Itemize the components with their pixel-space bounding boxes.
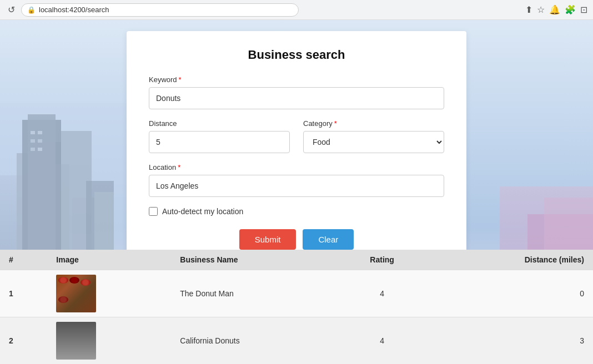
- row2-num: 2: [0, 317, 47, 365]
- table-row: 2 California Donuts 4 3: [0, 317, 593, 365]
- keyword-input[interactable]: [149, 87, 444, 109]
- page-title: Business search: [149, 48, 444, 62]
- svg-rect-11: [38, 139, 42, 143]
- col-rating: Rating: [337, 250, 427, 270]
- location-label: Location*: [149, 163, 444, 171]
- distance-category-row: Distance Category* Food Restaurants Shop…: [149, 119, 444, 153]
- table-row: 1 The Donut Man 4 0: [0, 270, 593, 317]
- donut-dot-3: [81, 279, 91, 286]
- distance-label: Distance: [149, 119, 290, 128]
- location-input[interactable]: [149, 175, 444, 197]
- notification-icon[interactable]: 🔔: [549, 4, 560, 15]
- address-text: localhost:4200/search: [39, 6, 109, 14]
- col-business-name: Business Name: [171, 250, 337, 270]
- browser-actions: ⬆ ☆ 🔔 🧩 ⊡: [525, 4, 587, 15]
- header-row: # Image Business Name Rating Distance (m…: [0, 250, 593, 270]
- donut-dot-2: [69, 277, 79, 284]
- distance-group: Distance: [149, 119, 290, 153]
- location-required: *: [178, 163, 180, 171]
- results-table: # Image Business Name Rating Distance (m…: [0, 250, 593, 364]
- keyword-group: Keyword*: [149, 75, 444, 109]
- bookmark-icon[interactable]: ☆: [537, 4, 545, 15]
- keyword-required: *: [179, 75, 182, 84]
- submit-button[interactable]: Submit: [239, 229, 296, 250]
- row2-rating: 4: [337, 317, 427, 365]
- results-table-body: 1 The Donut Man 4 0 2: [0, 270, 593, 365]
- address-bar[interactable]: 🔒 localhost:4200/search: [21, 3, 299, 17]
- row1-image: [56, 275, 96, 312]
- results-table-wrap: # Image Business Name Rating Distance (m…: [0, 250, 593, 364]
- button-row: Submit Clear: [149, 229, 444, 250]
- row2-distance: 3: [427, 317, 593, 365]
- extension-icon[interactable]: 🧩: [565, 4, 576, 15]
- clear-button[interactable]: Clear: [303, 229, 354, 250]
- svg-rect-13: [38, 148, 42, 151]
- browser-chrome: ↺ 🔒 localhost:4200/search ⬆ ☆ 🔔 🧩 ⊡: [0, 0, 593, 20]
- category-label: Category*: [303, 119, 444, 128]
- svg-rect-9: [38, 131, 42, 134]
- lock-icon: 🔒: [27, 6, 36, 14]
- row1-num: 1: [0, 270, 47, 317]
- menu-icon[interactable]: ⊡: [580, 4, 587, 15]
- auto-detect-checkbox[interactable]: [149, 207, 158, 216]
- auto-detect-row: Auto-detect my location: [149, 207, 444, 216]
- donut-dot-1: [58, 277, 68, 284]
- svg-rect-12: [31, 148, 35, 151]
- form-card: Business search Keyword* Distance Catego…: [127, 31, 466, 270]
- svg-rect-10: [31, 139, 35, 143]
- share-icon[interactable]: ⬆: [525, 4, 532, 15]
- row1-image-cell: [47, 270, 171, 317]
- distance-input[interactable]: [149, 131, 290, 153]
- col-distance: Distance (miles): [427, 250, 593, 270]
- category-group: Category* Food Restaurants Shops Active …: [303, 119, 444, 153]
- col-num: #: [0, 250, 47, 270]
- location-group: Location*: [149, 163, 444, 197]
- row1-rating: 4: [337, 270, 427, 317]
- page-content: Business search Keyword* Distance Catego…: [0, 20, 593, 364]
- auto-detect-label: Auto-detect my location: [162, 207, 243, 216]
- col-image: Image: [47, 250, 171, 270]
- row1-distance: 0: [427, 270, 593, 317]
- row2-image-cell: [47, 317, 171, 365]
- back-icon[interactable]: ↺: [6, 4, 17, 15]
- keyword-label: Keyword*: [149, 75, 444, 84]
- donut-dot-4: [58, 296, 68, 303]
- category-required: *: [334, 119, 337, 128]
- row2-business-name: California Donuts: [171, 317, 337, 365]
- row1-business-name: The Donut Man: [171, 270, 337, 317]
- row2-image: [56, 322, 96, 360]
- svg-rect-8: [31, 131, 35, 134]
- results-table-header: # Image Business Name Rating Distance (m…: [0, 250, 593, 270]
- category-select[interactable]: Food Restaurants Shops Active Life Arts …: [303, 131, 444, 153]
